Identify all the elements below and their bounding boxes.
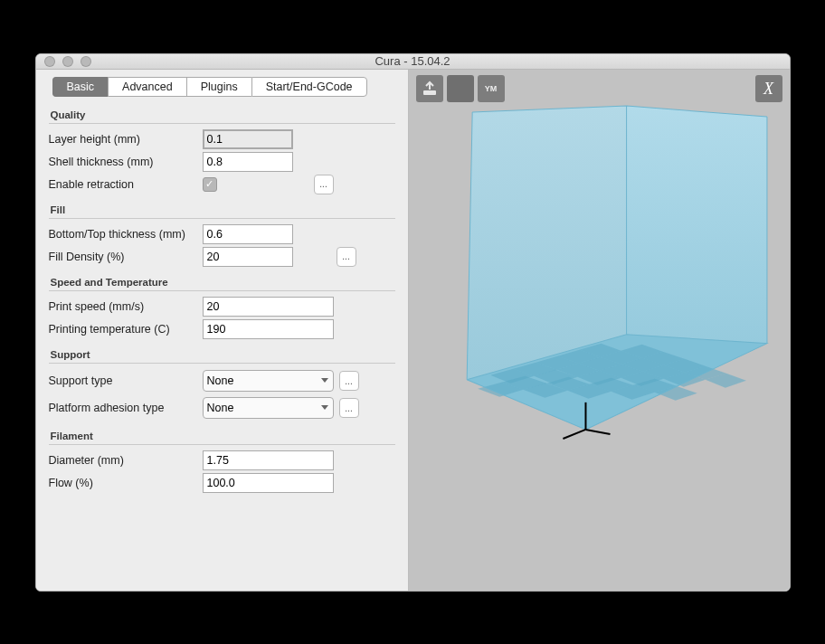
row-fill-density: Fill Density (%) ... xyxy=(49,245,395,268)
ellipsis-adhesion-type[interactable]: ... xyxy=(339,398,359,418)
input-fill-density[interactable] xyxy=(203,247,293,267)
tab-start-end-gcode[interactable]: Start/End-GCode xyxy=(251,77,367,97)
main-content: Basic Advanced Plugins Start/End-GCode Q… xyxy=(36,70,790,590)
label-flow: Flow (%) xyxy=(49,477,203,489)
checkbox-enable-retraction[interactable]: ✓ xyxy=(203,177,217,192)
label-bottom-top: Bottom/Top thickness (mm) xyxy=(49,228,203,241)
input-bottom-top[interactable] xyxy=(203,224,293,244)
label-adhesion-type: Platform adhesion type xyxy=(49,402,203,414)
row-adhesion-type: Platform adhesion type ... xyxy=(49,394,395,421)
label-enable-retraction: Enable retraction xyxy=(49,178,203,191)
input-shell-thickness[interactable] xyxy=(203,152,293,172)
svg-marker-1 xyxy=(467,106,626,380)
row-enable-retraction: Enable retraction ✓ ... xyxy=(49,173,395,195)
traffic-lights xyxy=(36,56,91,67)
section-filament: Filament Diameter (mm) Flow (%) xyxy=(36,423,408,496)
title-bar: Cura - 15.04.2 xyxy=(36,54,790,71)
tab-advanced[interactable]: Advanced xyxy=(108,77,186,97)
section-title: Fill xyxy=(49,199,395,219)
section-support: Support Support type ... Platform adhesi… xyxy=(36,342,408,423)
label-diameter: Diameter (mm) xyxy=(49,454,203,467)
share-icon[interactable]: YM xyxy=(478,75,505,102)
svg-line-35 xyxy=(585,430,610,434)
save-gcode-icon[interactable] xyxy=(447,75,474,102)
load-model-icon[interactable] xyxy=(416,75,443,102)
section-title: Speed and Temperature xyxy=(49,271,395,291)
close-light[interactable] xyxy=(44,56,55,67)
section-title: Quality xyxy=(49,104,395,124)
input-flow[interactable] xyxy=(203,473,334,493)
viewport-toolbar: YM xyxy=(416,75,505,102)
label-print-speed: Print speed (mm/s) xyxy=(49,300,203,313)
app-window: Cura - 15.04.2 Basic Advanced Plugins St… xyxy=(35,53,791,592)
section-speed-temp: Speed and Temperature Print speed (mm/s)… xyxy=(36,270,408,342)
section-quality: Quality Layer height (mm) Shell thicknes… xyxy=(36,102,408,197)
section-title: Filament xyxy=(49,425,395,445)
ellipsis-support-type[interactable]: ... xyxy=(339,371,359,391)
svg-line-34 xyxy=(563,430,585,439)
svg-rect-0 xyxy=(423,90,436,95)
section-fill: Fill Bottom/Top thickness (mm) Fill Dens… xyxy=(36,197,408,270)
label-shell-thickness: Shell thickness (mm) xyxy=(49,156,203,168)
viewport-panel[interactable]: YM X xyxy=(409,70,790,590)
build-volume-view xyxy=(409,70,790,590)
settings-panel: Basic Advanced Plugins Start/End-GCode Q… xyxy=(36,70,409,590)
label-support-type: Support type xyxy=(49,374,203,387)
row-diameter: Diameter (mm) xyxy=(49,449,395,471)
label-layer-height: Layer height (mm) xyxy=(49,133,203,146)
input-print-temp[interactable] xyxy=(203,319,334,339)
input-print-speed[interactable] xyxy=(203,297,334,317)
label-fill-density: Fill Density (%) xyxy=(49,251,203,263)
row-flow: Flow (%) xyxy=(49,471,395,494)
section-title: Support xyxy=(49,344,395,364)
ellipsis-retraction[interactable]: ... xyxy=(314,175,334,194)
window-title: Cura - 15.04.2 xyxy=(36,54,790,68)
select-support-type[interactable] xyxy=(203,370,334,392)
row-shell-thickness: Shell thickness (mm) xyxy=(49,150,395,173)
ellipsis-fill-density[interactable]: ... xyxy=(337,247,356,267)
row-print-speed: Print speed (mm/s) xyxy=(49,295,395,317)
select-adhesion-type[interactable] xyxy=(203,397,334,419)
input-diameter[interactable] xyxy=(203,450,334,470)
minimize-light[interactable] xyxy=(62,56,73,67)
row-layer-height: Layer height (mm) xyxy=(49,128,395,150)
row-bottom-top: Bottom/Top thickness (mm) xyxy=(49,223,395,245)
label-print-temp: Printing temperature (C) xyxy=(49,323,203,336)
ym-label: YM xyxy=(485,84,498,93)
tab-plugins[interactable]: Plugins xyxy=(186,77,251,97)
zoom-light[interactable] xyxy=(81,56,91,67)
input-layer-height[interactable] xyxy=(203,129,293,149)
row-support-type: Support type ... xyxy=(49,367,395,394)
row-print-temp: Printing temperature (C) xyxy=(49,317,395,340)
tabs: Basic Advanced Plugins Start/End-GCode xyxy=(52,77,408,97)
view-mode-icon[interactable]: X xyxy=(755,75,782,102)
tab-basic[interactable]: Basic xyxy=(52,77,109,97)
svg-marker-2 xyxy=(626,106,766,344)
